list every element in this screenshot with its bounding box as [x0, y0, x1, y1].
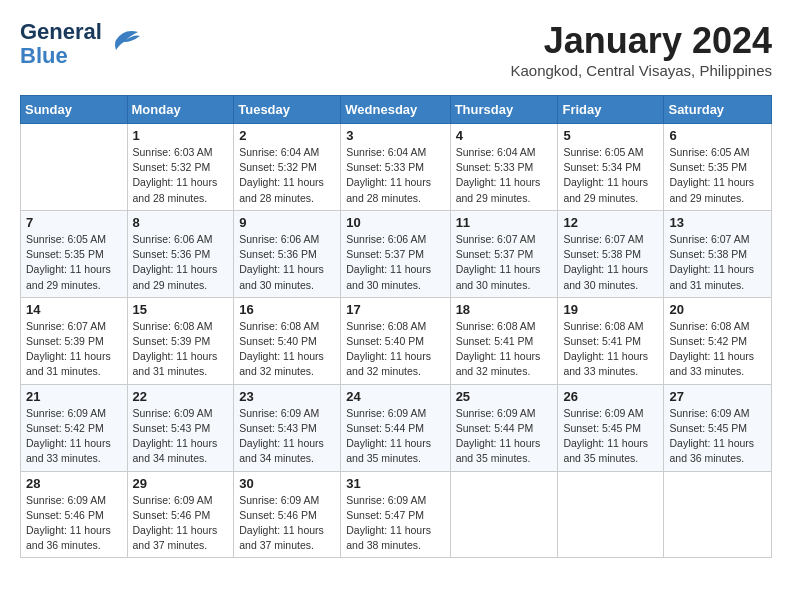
day-number: 20 [669, 302, 766, 317]
day-detail: Sunrise: 6:09 AMSunset: 5:46 PMDaylight:… [133, 493, 229, 554]
week-row-1: 1 Sunrise: 6:03 AMSunset: 5:32 PMDayligh… [21, 124, 772, 211]
day-number: 28 [26, 476, 122, 491]
week-row-3: 14 Sunrise: 6:07 AMSunset: 5:39 PMDaylig… [21, 297, 772, 384]
day-number: 6 [669, 128, 766, 143]
day-number: 25 [456, 389, 553, 404]
day-number: 24 [346, 389, 444, 404]
day-number: 12 [563, 215, 658, 230]
day-detail: Sunrise: 6:04 AMSunset: 5:33 PMDaylight:… [346, 145, 444, 206]
day-cell: 28 Sunrise: 6:09 AMSunset: 5:46 PMDaylig… [21, 471, 128, 558]
day-cell: 9 Sunrise: 6:06 AMSunset: 5:36 PMDayligh… [234, 210, 341, 297]
header-cell-sunday: Sunday [21, 96, 128, 124]
day-detail: Sunrise: 6:07 AMSunset: 5:38 PMDaylight:… [563, 232, 658, 293]
day-cell: 4 Sunrise: 6:04 AMSunset: 5:33 PMDayligh… [450, 124, 558, 211]
week-row-5: 28 Sunrise: 6:09 AMSunset: 5:46 PMDaylig… [21, 471, 772, 558]
day-cell: 23 Sunrise: 6:09 AMSunset: 5:43 PMDaylig… [234, 384, 341, 471]
logo: GeneralBlue [20, 20, 142, 68]
day-detail: Sunrise: 6:04 AMSunset: 5:32 PMDaylight:… [239, 145, 335, 206]
day-number: 21 [26, 389, 122, 404]
header-cell-tuesday: Tuesday [234, 96, 341, 124]
day-cell: 30 Sunrise: 6:09 AMSunset: 5:46 PMDaylig… [234, 471, 341, 558]
day-number: 3 [346, 128, 444, 143]
day-detail: Sunrise: 6:04 AMSunset: 5:33 PMDaylight:… [456, 145, 553, 206]
day-cell: 20 Sunrise: 6:08 AMSunset: 5:42 PMDaylig… [664, 297, 772, 384]
day-cell [450, 471, 558, 558]
day-cell: 16 Sunrise: 6:08 AMSunset: 5:40 PMDaylig… [234, 297, 341, 384]
day-cell: 19 Sunrise: 6:08 AMSunset: 5:41 PMDaylig… [558, 297, 664, 384]
day-cell: 25 Sunrise: 6:09 AMSunset: 5:44 PMDaylig… [450, 384, 558, 471]
day-detail: Sunrise: 6:06 AMSunset: 5:36 PMDaylight:… [239, 232, 335, 293]
day-detail: Sunrise: 6:08 AMSunset: 5:40 PMDaylight:… [239, 319, 335, 380]
header-row: SundayMondayTuesdayWednesdayThursdayFrid… [21, 96, 772, 124]
day-number: 14 [26, 302, 122, 317]
day-number: 11 [456, 215, 553, 230]
day-detail: Sunrise: 6:09 AMSunset: 5:43 PMDaylight:… [239, 406, 335, 467]
day-number: 17 [346, 302, 444, 317]
day-number: 26 [563, 389, 658, 404]
day-cell: 21 Sunrise: 6:09 AMSunset: 5:42 PMDaylig… [21, 384, 128, 471]
day-detail: Sunrise: 6:08 AMSunset: 5:41 PMDaylight:… [563, 319, 658, 380]
logo-text: GeneralBlue [20, 20, 102, 68]
page-header: GeneralBlue January 2024 Kaongkod, Centr… [20, 20, 772, 79]
day-cell: 13 Sunrise: 6:07 AMSunset: 5:38 PMDaylig… [664, 210, 772, 297]
day-number: 7 [26, 215, 122, 230]
day-cell: 11 Sunrise: 6:07 AMSunset: 5:37 PMDaylig… [450, 210, 558, 297]
day-detail: Sunrise: 6:08 AMSunset: 5:40 PMDaylight:… [346, 319, 444, 380]
day-number: 27 [669, 389, 766, 404]
day-cell: 15 Sunrise: 6:08 AMSunset: 5:39 PMDaylig… [127, 297, 234, 384]
day-detail: Sunrise: 6:09 AMSunset: 5:42 PMDaylight:… [26, 406, 122, 467]
calendar-table: SundayMondayTuesdayWednesdayThursdayFrid… [20, 95, 772, 558]
day-detail: Sunrise: 6:09 AMSunset: 5:45 PMDaylight:… [563, 406, 658, 467]
day-detail: Sunrise: 6:09 AMSunset: 5:46 PMDaylight:… [239, 493, 335, 554]
day-cell: 22 Sunrise: 6:09 AMSunset: 5:43 PMDaylig… [127, 384, 234, 471]
day-detail: Sunrise: 6:07 AMSunset: 5:37 PMDaylight:… [456, 232, 553, 293]
day-detail: Sunrise: 6:06 AMSunset: 5:37 PMDaylight:… [346, 232, 444, 293]
header-cell-thursday: Thursday [450, 96, 558, 124]
day-cell: 26 Sunrise: 6:09 AMSunset: 5:45 PMDaylig… [558, 384, 664, 471]
day-detail: Sunrise: 6:09 AMSunset: 5:45 PMDaylight:… [669, 406, 766, 467]
header-cell-wednesday: Wednesday [341, 96, 450, 124]
day-cell: 12 Sunrise: 6:07 AMSunset: 5:38 PMDaylig… [558, 210, 664, 297]
day-detail: Sunrise: 6:09 AMSunset: 5:43 PMDaylight:… [133, 406, 229, 467]
day-number: 23 [239, 389, 335, 404]
day-cell: 7 Sunrise: 6:05 AMSunset: 5:35 PMDayligh… [21, 210, 128, 297]
day-number: 10 [346, 215, 444, 230]
logo-blue: Blue [20, 43, 68, 68]
day-number: 15 [133, 302, 229, 317]
day-cell: 3 Sunrise: 6:04 AMSunset: 5:33 PMDayligh… [341, 124, 450, 211]
day-detail: Sunrise: 6:07 AMSunset: 5:39 PMDaylight:… [26, 319, 122, 380]
day-detail: Sunrise: 6:09 AMSunset: 5:44 PMDaylight:… [456, 406, 553, 467]
day-detail: Sunrise: 6:05 AMSunset: 5:35 PMDaylight:… [26, 232, 122, 293]
day-number: 19 [563, 302, 658, 317]
title-section: January 2024 Kaongkod, Central Visayas, … [510, 20, 772, 79]
day-detail: Sunrise: 6:05 AMSunset: 5:34 PMDaylight:… [563, 145, 658, 206]
day-detail: Sunrise: 6:05 AMSunset: 5:35 PMDaylight:… [669, 145, 766, 206]
day-number: 4 [456, 128, 553, 143]
day-number: 5 [563, 128, 658, 143]
day-detail: Sunrise: 6:09 AMSunset: 5:47 PMDaylight:… [346, 493, 444, 554]
day-cell: 6 Sunrise: 6:05 AMSunset: 5:35 PMDayligh… [664, 124, 772, 211]
header-cell-monday: Monday [127, 96, 234, 124]
day-number: 18 [456, 302, 553, 317]
day-detail: Sunrise: 6:08 AMSunset: 5:39 PMDaylight:… [133, 319, 229, 380]
day-number: 9 [239, 215, 335, 230]
day-cell: 10 Sunrise: 6:06 AMSunset: 5:37 PMDaylig… [341, 210, 450, 297]
day-cell: 29 Sunrise: 6:09 AMSunset: 5:46 PMDaylig… [127, 471, 234, 558]
day-number: 1 [133, 128, 229, 143]
day-detail: Sunrise: 6:09 AMSunset: 5:44 PMDaylight:… [346, 406, 444, 467]
day-detail: Sunrise: 6:03 AMSunset: 5:32 PMDaylight:… [133, 145, 229, 206]
day-number: 30 [239, 476, 335, 491]
day-number: 29 [133, 476, 229, 491]
day-number: 31 [346, 476, 444, 491]
week-row-4: 21 Sunrise: 6:09 AMSunset: 5:42 PMDaylig… [21, 384, 772, 471]
day-cell [558, 471, 664, 558]
calendar-title: January 2024 [510, 20, 772, 62]
week-row-2: 7 Sunrise: 6:05 AMSunset: 5:35 PMDayligh… [21, 210, 772, 297]
day-cell: 8 Sunrise: 6:06 AMSunset: 5:36 PMDayligh… [127, 210, 234, 297]
day-cell [21, 124, 128, 211]
day-number: 16 [239, 302, 335, 317]
calendar-subtitle: Kaongkod, Central Visayas, Philippines [510, 62, 772, 79]
logo-bird-icon [106, 26, 142, 54]
day-cell: 5 Sunrise: 6:05 AMSunset: 5:34 PMDayligh… [558, 124, 664, 211]
day-detail: Sunrise: 6:09 AMSunset: 5:46 PMDaylight:… [26, 493, 122, 554]
